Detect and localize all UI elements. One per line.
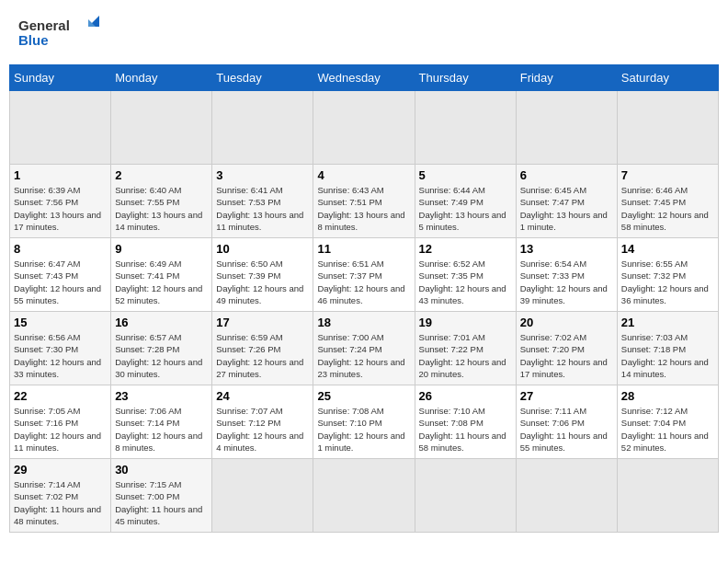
day-number: 6: [520, 168, 613, 182]
day-number: 8: [14, 242, 107, 256]
header-cell-monday: Monday: [111, 65, 212, 91]
day-cell: [516, 459, 617, 533]
day-detail: Sunrise: 7:12 AMSunset: 7:04 PMDaylight:…: [621, 405, 714, 454]
day-cell: 9 Sunrise: 6:49 AMSunset: 7:41 PMDayligh…: [111, 238, 212, 312]
day-number: 5: [419, 168, 512, 182]
day-detail: Sunrise: 7:15 AMSunset: 7:00 PMDaylight:…: [115, 478, 208, 527]
day-number: 28: [621, 389, 714, 403]
day-detail: Sunrise: 7:07 AMSunset: 7:12 PMDaylight:…: [216, 405, 309, 454]
day-detail: Sunrise: 6:57 AMSunset: 7:28 PMDaylight:…: [115, 331, 208, 380]
header-cell-friday: Friday: [516, 65, 617, 91]
day-cell: 28 Sunrise: 7:12 AMSunset: 7:04 PMDaylig…: [617, 385, 718, 459]
day-cell: 16 Sunrise: 6:57 AMSunset: 7:28 PMDaylig…: [111, 312, 212, 385]
day-detail: Sunrise: 7:01 AMSunset: 7:22 PMDaylight:…: [419, 331, 512, 380]
day-detail: Sunrise: 7:14 AMSunset: 7:02 PMDaylight:…: [14, 478, 107, 527]
day-detail: Sunrise: 7:10 AMSunset: 7:08 PMDaylight:…: [419, 405, 512, 454]
day-detail: Sunrise: 6:39 AMSunset: 7:56 PMDaylight:…: [14, 184, 107, 233]
day-number: 7: [621, 168, 714, 182]
day-cell: 29 Sunrise: 7:14 AMSunset: 7:02 PMDaylig…: [10, 459, 111, 533]
week-row-1: 1 Sunrise: 6:39 AMSunset: 7:56 PMDayligh…: [10, 165, 719, 238]
day-detail: Sunrise: 6:40 AMSunset: 7:55 PMDaylight:…: [115, 184, 208, 233]
day-detail: Sunrise: 7:11 AMSunset: 7:06 PMDaylight:…: [520, 405, 613, 454]
header-row: SundayMondayTuesdayWednesdayThursdayFrid…: [10, 65, 719, 91]
day-cell: 26 Sunrise: 7:10 AMSunset: 7:08 PMDaylig…: [415, 385, 516, 459]
day-cell: 27 Sunrise: 7:11 AMSunset: 7:06 PMDaylig…: [516, 385, 617, 459]
day-cell: [617, 91, 718, 165]
week-row-4: 22 Sunrise: 7:05 AMSunset: 7:16 PMDaylig…: [10, 385, 719, 459]
logo-svg: General Blue: [18, 14, 101, 51]
day-cell: 5 Sunrise: 6:44 AMSunset: 7:49 PMDayligh…: [415, 165, 516, 238]
day-detail: Sunrise: 7:06 AMSunset: 7:14 PMDaylight:…: [115, 405, 208, 454]
day-cell: 22 Sunrise: 7:05 AMSunset: 7:16 PMDaylig…: [10, 385, 111, 459]
day-number: 26: [419, 389, 512, 403]
day-detail: Sunrise: 6:41 AMSunset: 7:53 PMDaylight:…: [216, 184, 309, 233]
day-cell: 15 Sunrise: 6:56 AMSunset: 7:30 PMDaylig…: [10, 312, 111, 385]
day-cell: [313, 91, 415, 165]
svg-text:General: General: [18, 17, 70, 33]
day-number: 18: [317, 316, 410, 329]
day-number: 23: [115, 389, 208, 403]
day-detail: Sunrise: 6:56 AMSunset: 7:30 PMDaylight:…: [14, 331, 107, 380]
day-cell: 14 Sunrise: 6:55 AMSunset: 7:32 PMDaylig…: [617, 238, 718, 312]
day-detail: Sunrise: 6:54 AMSunset: 7:33 PMDaylight:…: [520, 258, 613, 306]
day-detail: Sunrise: 6:59 AMSunset: 7:26 PMDaylight:…: [216, 331, 309, 380]
day-cell: 8 Sunrise: 6:47 AMSunset: 7:43 PMDayligh…: [10, 238, 111, 312]
day-cell: 3 Sunrise: 6:41 AMSunset: 7:53 PMDayligh…: [212, 165, 313, 238]
header-cell-sunday: Sunday: [10, 65, 111, 91]
day-number: 29: [14, 463, 107, 477]
day-number: 14: [621, 242, 714, 256]
header-cell-wednesday: Wednesday: [313, 65, 415, 91]
day-detail: Sunrise: 6:52 AMSunset: 7:35 PMDaylight:…: [419, 258, 512, 306]
day-cell: 17 Sunrise: 6:59 AMSunset: 7:26 PMDaylig…: [212, 312, 313, 385]
day-number: 22: [14, 389, 107, 403]
day-number: 4: [317, 168, 410, 182]
day-cell: [516, 91, 617, 165]
calendar-body: 1 Sunrise: 6:39 AMSunset: 7:56 PMDayligh…: [10, 91, 719, 533]
day-number: 15: [14, 316, 107, 329]
page-header: General Blue: [9, 9, 719, 55]
day-cell: 7 Sunrise: 6:46 AMSunset: 7:45 PMDayligh…: [617, 165, 718, 238]
header-cell-tuesday: Tuesday: [212, 65, 313, 91]
day-detail: Sunrise: 6:50 AMSunset: 7:39 PMDaylight:…: [216, 258, 309, 306]
week-row-3: 15 Sunrise: 6:56 AMSunset: 7:30 PMDaylig…: [10, 312, 719, 385]
day-number: 20: [520, 316, 613, 329]
day-cell: 1 Sunrise: 6:39 AMSunset: 7:56 PMDayligh…: [10, 165, 111, 238]
day-cell: 19 Sunrise: 7:01 AMSunset: 7:22 PMDaylig…: [415, 312, 516, 385]
day-number: 19: [419, 316, 512, 329]
day-detail: Sunrise: 6:49 AMSunset: 7:41 PMDaylight:…: [115, 258, 208, 306]
day-cell: 18 Sunrise: 7:00 AMSunset: 7:24 PMDaylig…: [313, 312, 415, 385]
day-number: 1: [14, 168, 107, 182]
day-number: 3: [216, 168, 309, 182]
day-number: 2: [115, 168, 208, 182]
day-cell: 11 Sunrise: 6:51 AMSunset: 7:37 PMDaylig…: [313, 238, 415, 312]
day-detail: Sunrise: 6:51 AMSunset: 7:37 PMDaylight:…: [317, 258, 410, 306]
day-cell: [313, 459, 415, 533]
day-detail: Sunrise: 6:46 AMSunset: 7:45 PMDaylight:…: [621, 184, 714, 233]
day-cell: 13 Sunrise: 6:54 AMSunset: 7:33 PMDaylig…: [516, 238, 617, 312]
day-number: 9: [115, 242, 208, 256]
day-detail: Sunrise: 6:47 AMSunset: 7:43 PMDaylight:…: [14, 258, 107, 306]
day-cell: 12 Sunrise: 6:52 AMSunset: 7:35 PMDaylig…: [415, 238, 516, 312]
day-number: 16: [115, 316, 208, 329]
week-row-2: 8 Sunrise: 6:47 AMSunset: 7:43 PMDayligh…: [10, 238, 719, 312]
week-row-5: 29 Sunrise: 7:14 AMSunset: 7:02 PMDaylig…: [10, 459, 719, 533]
day-detail: Sunrise: 7:08 AMSunset: 7:10 PMDaylight:…: [317, 405, 410, 454]
logo: General Blue: [18, 14, 101, 51]
day-cell: 6 Sunrise: 6:45 AMSunset: 7:47 PMDayligh…: [516, 165, 617, 238]
day-detail: Sunrise: 6:44 AMSunset: 7:49 PMDaylight:…: [419, 184, 512, 233]
day-detail: Sunrise: 7:03 AMSunset: 7:18 PMDaylight:…: [621, 331, 714, 380]
header-cell-thursday: Thursday: [415, 65, 516, 91]
svg-text:Blue: Blue: [18, 32, 49, 48]
day-cell: [212, 459, 313, 533]
day-number: 25: [317, 389, 410, 403]
day-cell: [212, 91, 313, 165]
day-cell: [415, 91, 516, 165]
day-cell: 2 Sunrise: 6:40 AMSunset: 7:55 PMDayligh…: [111, 165, 212, 238]
day-detail: Sunrise: 7:00 AMSunset: 7:24 PMDaylight:…: [317, 331, 410, 380]
header-cell-saturday: Saturday: [617, 65, 718, 91]
day-number: 13: [520, 242, 613, 256]
day-detail: Sunrise: 6:45 AMSunset: 7:47 PMDaylight:…: [520, 184, 613, 233]
day-cell: 30 Sunrise: 7:15 AMSunset: 7:00 PMDaylig…: [111, 459, 212, 533]
day-cell: 10 Sunrise: 6:50 AMSunset: 7:39 PMDaylig…: [212, 238, 313, 312]
calendar-table: SundayMondayTuesdayWednesdayThursdayFrid…: [9, 64, 719, 533]
